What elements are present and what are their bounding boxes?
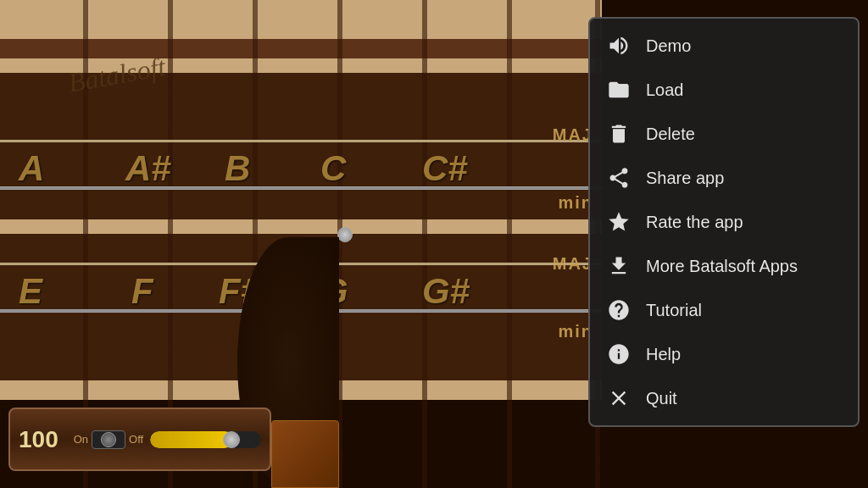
- menu-label-load: Load: [646, 80, 684, 100]
- menu-label-more: More Batalsoft Apps: [646, 257, 798, 276]
- volume-slider-fill: [150, 431, 233, 448]
- dropdown-menu: Demo Load Delete Share app Rate the app …: [588, 17, 860, 427]
- volume-value: 100: [19, 426, 58, 453]
- menu-item-rate[interactable]: Rate the app: [590, 200, 858, 244]
- menu-label-help: Help: [646, 345, 681, 364]
- menu-item-share[interactable]: Share app: [590, 156, 858, 200]
- off-label: Off: [129, 433, 143, 446]
- scale-label-maj1: MAJ: [553, 125, 593, 145]
- close-icon: [605, 385, 632, 412]
- menu-label-quit: Quit: [646, 389, 677, 408]
- toggle-knob: [101, 432, 116, 447]
- star-icon: [605, 208, 632, 236]
- menu-label-delete: Delete: [646, 125, 695, 144]
- menu-label-share: Share app: [646, 169, 724, 188]
- folder-icon: [605, 76, 632, 103]
- volume-slider-thumb[interactable]: [223, 431, 240, 448]
- on-off-toggle-area: On Off: [74, 430, 143, 449]
- note-e[interactable]: E: [19, 271, 42, 312]
- menu-item-demo[interactable]: Demo: [590, 24, 858, 68]
- menu-label-demo: Demo: [646, 36, 691, 56]
- info-icon: [605, 341, 632, 368]
- speaker-icon: [605, 32, 632, 59]
- menu-item-delete[interactable]: Delete: [590, 112, 858, 156]
- toggle-switch[interactable]: [92, 430, 125, 449]
- share-icon: [605, 164, 632, 191]
- menu-label-tutorial: Tutorial: [646, 301, 702, 320]
- menu-item-load[interactable]: Load: [590, 68, 858, 112]
- note-asharp[interactable]: A#: [125, 148, 171, 189]
- fret-dot: [337, 227, 353, 242]
- menu-item-tutorial[interactable]: Tutorial: [590, 288, 858, 332]
- guitar-string-1: [0, 140, 602, 142]
- download-icon: [605, 252, 632, 280]
- note-gsharp[interactable]: G#: [422, 271, 470, 312]
- note-csharp[interactable]: C#: [422, 148, 468, 189]
- menu-item-quit[interactable]: Quit: [590, 376, 858, 420]
- note-c[interactable]: C: [320, 148, 346, 189]
- guitar-string-2: [0, 186, 602, 190]
- volume-control: 100 On Off: [8, 408, 271, 471]
- question-icon: [605, 297, 632, 324]
- menu-item-help[interactable]: Help: [590, 332, 858, 376]
- guitar-bottom-deco: [271, 420, 339, 488]
- note-b[interactable]: B: [225, 148, 250, 189]
- scale-label-maj2: MAJ: [553, 254, 593, 274]
- on-label: On: [74, 433, 88, 446]
- menu-item-more[interactable]: More Batalsoft Apps: [590, 244, 858, 288]
- note-f[interactable]: F: [131, 271, 153, 312]
- trash-icon: [605, 120, 632, 147]
- menu-label-rate: Rate the app: [646, 213, 743, 232]
- note-a[interactable]: A: [19, 148, 44, 189]
- volume-slider[interactable]: [150, 431, 261, 448]
